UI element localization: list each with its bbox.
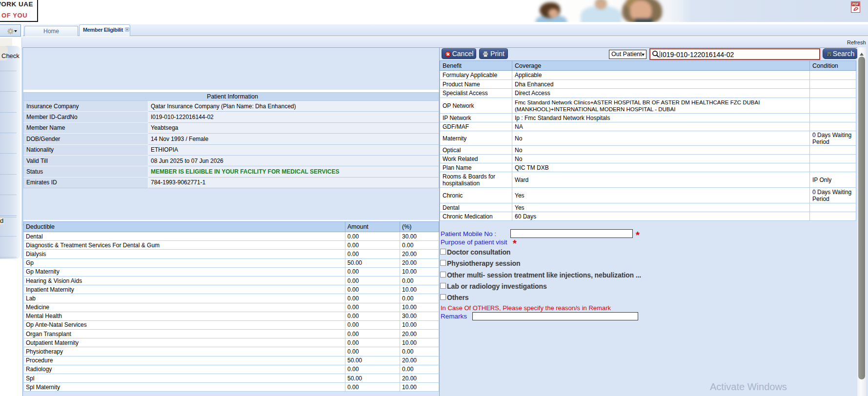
- svg-text:PDF: PDF: [852, 2, 859, 6]
